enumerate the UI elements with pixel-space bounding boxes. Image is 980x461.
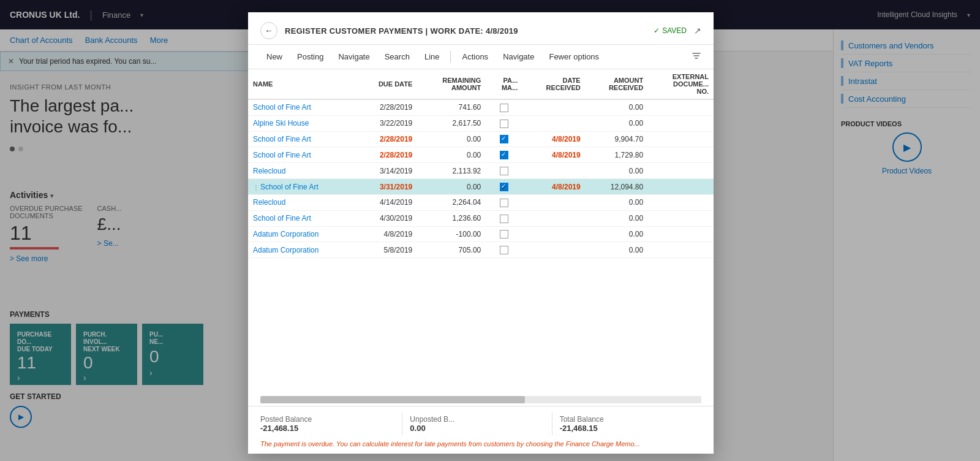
cell-checkbox[interactable]	[486, 242, 522, 258]
scrollbar-thumb	[260, 396, 525, 403]
modal-back-button[interactable]: ←	[260, 22, 277, 39]
cell-date-received: 4/8/2019	[522, 179, 585, 195]
cell-name: School of Fine Art	[248, 210, 355, 226]
posted-balance-label: Posted Balance	[260, 415, 394, 424]
cell-due-date: 5/8/2019	[355, 242, 417, 258]
cell-ext-doc	[648, 226, 714, 242]
cell-ext-doc	[648, 210, 714, 226]
table-row[interactable]: Relecloud3/14/20192,113.920.00	[248, 163, 714, 179]
table-row[interactable]: Adatum Corporation5/8/2019705.000.00	[248, 242, 714, 258]
checkmark-icon: ✓	[654, 26, 660, 35]
toolbar-separator	[450, 51, 451, 63]
col-amount-received: AMOUNTRECEIVED	[586, 69, 648, 99]
cell-name: Adatum Corporation	[248, 242, 355, 258]
cell-ext-doc	[648, 242, 714, 258]
table-row[interactable]: ⋮School of Fine Art3/31/20190.00✓4/8/201…	[248, 179, 714, 195]
cell-name: School of Fine Art	[248, 99, 355, 115]
unposted-balance-value: 0.00	[410, 424, 544, 433]
cell-checkbox[interactable]	[486, 99, 522, 115]
cell-date-received	[522, 226, 585, 242]
payments-table: NAME DUE DATE REMAININGAMOUNT PA...MA...…	[248, 69, 714, 258]
cell-remaining: 2,617.50	[417, 115, 486, 131]
cell-remaining: 2,113.92	[417, 163, 486, 179]
cell-checkbox[interactable]: ✓	[486, 131, 522, 147]
modal-expand-button[interactable]: ↗	[694, 26, 701, 36]
table-row[interactable]: Relecloud4/14/20192,264.040.00	[248, 194, 714, 210]
cell-ext-doc	[648, 115, 714, 131]
col-name: NAME	[248, 69, 355, 99]
toolbar-line-btn[interactable]: Line	[418, 50, 446, 64]
col-due-date: DUE DATE	[355, 69, 417, 99]
toolbar-filter-icon[interactable]	[692, 51, 701, 63]
table-row[interactable]: School of Fine Art4/30/20191,236.600.00	[248, 210, 714, 226]
posted-balance: Posted Balance -21,468.15	[260, 413, 402, 435]
cell-due-date: 2/28/2019	[355, 131, 417, 147]
cell-amount-received: 0.00	[586, 99, 648, 115]
cell-name: Adatum Corporation	[248, 226, 355, 242]
cell-ext-doc	[648, 179, 714, 195]
cell-due-date: 4/8/2019	[355, 226, 417, 242]
toolbar-navigate2-btn[interactable]: Navigate	[497, 50, 540, 64]
cell-amount-received: 0.00	[586, 194, 648, 210]
col-pa-ma: PA...MA...	[486, 69, 522, 99]
cell-due-date: 2/28/2019	[355, 147, 417, 163]
cell-checkbox[interactable]: ✓	[486, 179, 522, 195]
table-row[interactable]: School of Fine Art2/28/20190.00✓4/8/2019…	[248, 147, 714, 163]
cell-ext-doc	[648, 131, 714, 147]
cell-checkbox[interactable]	[486, 115, 522, 131]
cell-remaining: 741.60	[417, 99, 486, 115]
toolbar-fewer-options-btn[interactable]: Fewer options	[543, 50, 605, 64]
cell-amount-received: 0.00	[586, 115, 648, 131]
cell-amount-received: 0.00	[586, 242, 648, 258]
cell-due-date: 4/30/2019	[355, 210, 417, 226]
cell-remaining: 705.00	[417, 242, 486, 258]
cell-due-date: 3/22/2019	[355, 115, 417, 131]
cell-name: School of Fine Art	[248, 131, 355, 147]
table-row[interactable]: School of Fine Art2/28/20190.00✓4/8/2019…	[248, 131, 714, 147]
cell-due-date: 3/31/2019	[355, 179, 417, 195]
cell-amount-received: 0.00	[586, 210, 648, 226]
modal-dialog: ← REGISTER CUSTOMER PAYMENTS | WORK DATE…	[248, 12, 714, 454]
modal-title: REGISTER CUSTOMER PAYMENTS | WORK DATE: …	[285, 26, 646, 36]
cell-checkbox[interactable]: ✓	[486, 147, 522, 163]
horizontal-scrollbar[interactable]	[260, 396, 701, 403]
table-row[interactable]: Adatum Corporation4/8/2019-100.000.00	[248, 226, 714, 242]
toolbar-posting-btn[interactable]: Posting	[291, 50, 330, 64]
cell-checkbox[interactable]	[486, 163, 522, 179]
cell-name: School of Fine Art	[248, 147, 355, 163]
cell-ext-doc	[648, 194, 714, 210]
cell-due-date: 2/28/2019	[355, 99, 417, 115]
cell-checkbox[interactable]	[486, 194, 522, 210]
modal-table-container[interactable]: NAME DUE DATE REMAININGAMOUNT PA...MA...…	[248, 69, 714, 396]
cell-name: Relecloud	[248, 194, 355, 210]
toolbar-search-btn[interactable]: Search	[379, 50, 416, 64]
cell-due-date: 4/14/2019	[355, 194, 417, 210]
toolbar-actions-btn[interactable]: Actions	[456, 50, 494, 64]
cell-remaining: 0.00	[417, 179, 486, 195]
cell-date-received	[522, 99, 585, 115]
cell-ext-doc	[648, 99, 714, 115]
table-row[interactable]: Alpine Ski House3/22/20192,617.500.00	[248, 115, 714, 131]
cell-checkbox[interactable]	[486, 226, 522, 242]
cell-amount-received: 12,094.80	[586, 179, 648, 195]
cell-date-received	[522, 115, 585, 131]
total-balance-value: -21,468.15	[560, 424, 694, 433]
cell-date-received	[522, 210, 585, 226]
table-row[interactable]: School of Fine Art2/28/2019741.600.00	[248, 99, 714, 115]
expand-arrow-icon: ↗	[694, 26, 701, 36]
cell-date-received: 4/8/2019	[522, 131, 585, 147]
modal-header: ← REGISTER CUSTOMER PAYMENTS | WORK DATE…	[248, 12, 714, 45]
cell-remaining: 1,236.60	[417, 210, 486, 226]
col-ext-doc: EXTERNALDOCUME...NO.	[648, 69, 714, 99]
toolbar-navigate-btn[interactable]: Navigate	[332, 50, 375, 64]
cell-remaining: 0.00	[417, 131, 486, 147]
cell-remaining: 0.00	[417, 147, 486, 163]
back-arrow-icon: ←	[265, 26, 273, 36]
cell-due-date: 3/14/2019	[355, 163, 417, 179]
cell-checkbox[interactable]	[486, 210, 522, 226]
toolbar-new-btn[interactable]: New	[260, 50, 288, 64]
cell-remaining: -100.00	[417, 226, 486, 242]
total-balance-label: Total Balance	[560, 415, 694, 424]
cell-ext-doc	[648, 147, 714, 163]
balance-row: Posted Balance -21,468.15 Unposted B... …	[260, 413, 701, 435]
